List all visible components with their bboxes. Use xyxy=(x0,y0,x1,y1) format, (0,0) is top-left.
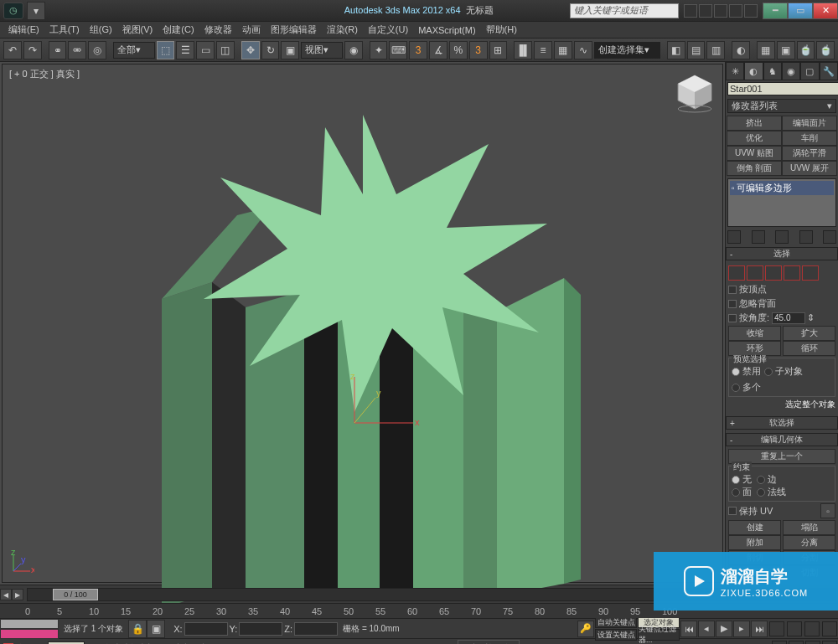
modifier-stack[interactable]: ▫ 可编辑多边形 xyxy=(727,178,836,227)
quick-turbosmooth-button[interactable]: 涡轮平滑 xyxy=(782,146,837,161)
percent-snap-button[interactable]: % xyxy=(449,41,468,59)
align-button[interactable]: ≡ xyxy=(534,41,552,59)
preview-multi-radio[interactable]: 多个 xyxy=(732,381,761,394)
quick-uvwmap-button[interactable]: UVW 贴图 xyxy=(727,146,782,161)
hierarchy-tab[interactable]: ♞ xyxy=(763,62,782,80)
menu-create[interactable]: 创建(C) xyxy=(159,22,197,38)
nav-zoomall-icon[interactable] xyxy=(787,621,802,636)
constraint-normal-radio[interactable]: 法线 xyxy=(757,486,786,498)
motion-tab[interactable]: ◉ xyxy=(782,62,800,80)
pin-stack-icon[interactable] xyxy=(727,230,741,244)
refcoord-select[interactable]: 视图 ▾ xyxy=(301,42,343,59)
quick-render-button[interactable]: 🍵 xyxy=(816,41,835,59)
qat-button[interactable]: ▾ xyxy=(27,2,45,20)
nav-zoom-icon[interactable] xyxy=(769,621,784,636)
play-icon[interactable]: ▶ xyxy=(716,621,732,637)
setkey-button[interactable]: 设置关键点 xyxy=(595,629,637,641)
search-icon[interactable] xyxy=(684,4,697,18)
menu-customize[interactable]: 自定义(U) xyxy=(365,22,411,38)
next-frame-icon[interactable]: ▸ xyxy=(733,621,750,637)
quick-extrude-button[interactable]: 挤出 xyxy=(727,116,782,131)
undo-button[interactable]: ↶ xyxy=(3,41,22,59)
remove-mod-icon[interactable] xyxy=(799,230,813,244)
prompt-input[interactable] xyxy=(48,641,85,645)
preview-subobj-radio[interactable]: 子对象 xyxy=(764,365,803,378)
rollout-softselect-header[interactable]: 软选择 xyxy=(726,416,838,430)
curve-button[interactable]: ∿ xyxy=(574,41,592,59)
named-sets-select[interactable]: 创建选择集 ▾ xyxy=(594,42,660,59)
mirror-button[interactable]: ▐▌ xyxy=(514,41,532,59)
pivot-button[interactable]: ◉ xyxy=(344,41,363,59)
by-angle-checkbox[interactable]: 按角度: 45.0⇕ xyxy=(728,312,835,324)
menu-modifiers[interactable]: 修改器 xyxy=(201,22,235,38)
close-button[interactable]: ✕ xyxy=(813,3,838,19)
exchange-icon[interactable] xyxy=(714,4,727,18)
trackbar-toggle[interactable] xyxy=(0,619,59,639)
menu-edit[interactable]: 编辑(E) xyxy=(5,22,43,38)
nav-walk-icon[interactable] xyxy=(789,641,804,645)
viewport-label[interactable]: [ + 0 正交 ] 真实 ] xyxy=(9,68,80,80)
y-input[interactable] xyxy=(239,622,282,636)
menu-maxscript[interactable]: MAXScript(M) xyxy=(415,23,478,37)
time-slider-thumb[interactable]: 0 / 100 xyxy=(53,589,98,600)
isolate-icon[interactable]: ▣ xyxy=(147,620,165,638)
autokey-button[interactable]: 自动关键点 xyxy=(595,616,637,628)
shrink-button[interactable]: 收缩 xyxy=(728,326,781,341)
select-region-button[interactable]: ▭ xyxy=(196,41,215,59)
nav-maximize-icon[interactable] xyxy=(822,641,837,645)
render-setup-button[interactable]: ▦ xyxy=(757,41,775,59)
minimize-button[interactable]: ━ xyxy=(763,3,788,19)
add-time-tag-button[interactable]: 添加时间标记 xyxy=(458,640,520,645)
goto-start-icon[interactable]: ⏮ xyxy=(680,621,697,637)
configure-icon[interactable] xyxy=(823,230,836,244)
menu-rendering[interactable]: 渲染(R) xyxy=(323,22,361,38)
layers-button[interactable]: ▦ xyxy=(554,41,572,59)
manipulate-button[interactable]: ✦ xyxy=(370,41,388,59)
keyboard-button[interactable]: ⌨ xyxy=(389,41,407,59)
link-button[interactable]: ⚭ xyxy=(49,41,67,59)
menu-help[interactable]: 帮助(H) xyxy=(483,22,520,38)
attach-button[interactable]: 附加 xyxy=(728,535,781,550)
render-button[interactable]: 🍵 xyxy=(797,41,815,59)
border-subobj-icon[interactable] xyxy=(765,265,782,281)
nav-pan-icon[interactable] xyxy=(772,641,787,645)
polygon-subobj-icon[interactable] xyxy=(784,265,800,281)
constraint-face-radio[interactable]: 面 xyxy=(732,486,752,498)
quick-bevelprof-button[interactable]: 倒角 剖面 xyxy=(727,161,782,176)
menu-grapheditors[interactable]: 图形编辑器 xyxy=(267,22,320,38)
menu-group[interactable]: 组(G) xyxy=(86,22,116,38)
loop-button[interactable]: 循环 xyxy=(783,341,835,356)
menu-tools[interactable]: 工具(T) xyxy=(46,22,83,38)
rollout-selection-header[interactable]: 选择 xyxy=(726,247,838,260)
create-button[interactable]: 创建 xyxy=(728,520,781,535)
graph-button[interactable]: ▤ xyxy=(687,41,706,59)
stack-item-editable-poly[interactable]: ▫ 可编辑多边形 xyxy=(730,181,834,195)
vertex-subobj-icon[interactable] xyxy=(728,265,745,281)
show-end-icon[interactable] xyxy=(752,230,765,244)
help-search-input[interactable]: 键入关键字或短语 xyxy=(570,3,679,18)
element-subobj-icon[interactable] xyxy=(802,265,819,281)
ignore-backfacing-checkbox[interactable]: 忽略背面 xyxy=(728,297,835,310)
key-toggle-icon[interactable]: 🔑 xyxy=(577,621,594,637)
x-input[interactable] xyxy=(184,622,228,636)
preview-disable-radio[interactable]: 禁用 xyxy=(732,365,761,378)
constraint-edge-radio[interactable]: 边 xyxy=(757,473,777,486)
schematic-button[interactable]: ▥ xyxy=(706,41,725,59)
viewport[interactable]: [ + 0 正交 ] 真实 ] xyxy=(2,64,723,583)
select-scale-button[interactable]: ▣ xyxy=(281,41,299,59)
quick-editpatch-button[interactable]: 编辑面片 xyxy=(782,116,837,131)
angle-snap-button[interactable]: ∡ xyxy=(429,41,447,59)
unlink-button[interactable]: ⚮ xyxy=(68,41,86,59)
select-name-button[interactable]: ☰ xyxy=(176,41,194,59)
quick-lathe-button[interactable]: 车削 xyxy=(782,131,837,146)
preserve-uv-checkbox[interactable]: 保持 UV▫ xyxy=(728,503,835,518)
toggle-button[interactable]: ◧ xyxy=(667,41,685,59)
bind-button[interactable]: ◎ xyxy=(88,41,106,59)
prev-frame-icon[interactable]: ◂ xyxy=(698,621,715,637)
modifier-list-select[interactable]: 修改器列表▾ xyxy=(727,99,836,113)
help-icon[interactable] xyxy=(744,4,758,18)
favorites-icon[interactable] xyxy=(729,4,742,18)
modify-tab[interactable]: ◐ xyxy=(744,62,763,80)
snap-toggle-button[interactable]: 3 xyxy=(409,41,427,59)
timeline-right-icon[interactable]: ▸ xyxy=(12,589,23,600)
